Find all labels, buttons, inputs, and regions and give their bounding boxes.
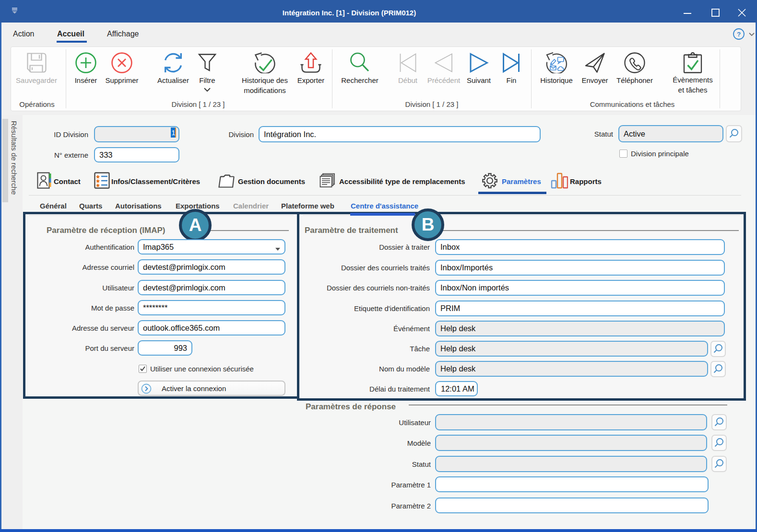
svg-text:?: ? xyxy=(737,31,741,38)
